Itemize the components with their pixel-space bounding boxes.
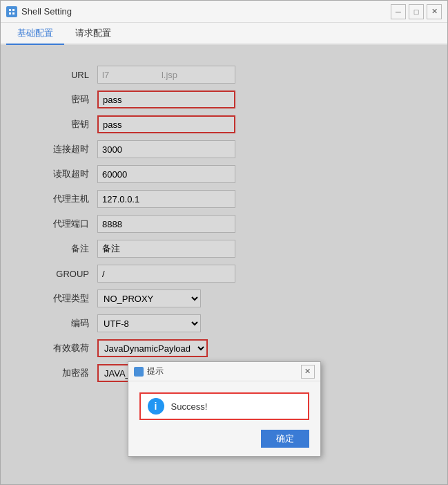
dialog-title-text: 提示 bbox=[147, 365, 164, 377]
dialog-icon bbox=[134, 367, 144, 377]
main-window: Shell Setting ─ □ ✕ 基础配置 请求配置 URL 密码 密钥 bbox=[0, 0, 448, 485]
minimize-button[interactable]: ─ bbox=[391, 4, 406, 19]
window-icon bbox=[6, 6, 17, 17]
title-controls: ─ □ ✕ bbox=[391, 4, 442, 19]
tab-basic-config[interactable]: 基础配置 bbox=[6, 23, 64, 45]
dialog-content: i Success! 确定 bbox=[128, 381, 320, 456]
dialog-message-row: i Success! bbox=[139, 392, 309, 420]
dialog-ok-button[interactable]: 确定 bbox=[261, 430, 309, 448]
window-title: Shell Setting bbox=[21, 6, 72, 17]
dialog-overlay: 提示 ✕ i Success! 确定 bbox=[1, 45, 447, 484]
info-icon: i bbox=[148, 398, 164, 415]
title-bar: Shell Setting ─ □ ✕ bbox=[1, 1, 447, 23]
dialog-close-button[interactable]: ✕ bbox=[301, 365, 315, 379]
close-button[interactable]: ✕ bbox=[427, 4, 442, 19]
tab-bar: 基础配置 请求配置 bbox=[1, 23, 447, 45]
dialog-message: Success! bbox=[171, 401, 208, 412]
svg-rect-2 bbox=[9, 12, 11, 15]
dialog-button-row: 确定 bbox=[139, 430, 309, 448]
dialog-title-bar: 提示 ✕ bbox=[128, 362, 320, 381]
title-bar-left: Shell Setting bbox=[6, 6, 72, 17]
tab-request-config[interactable]: 请求配置 bbox=[64, 23, 122, 45]
dialog-title-left: 提示 bbox=[134, 365, 164, 377]
success-dialog: 提示 ✕ i Success! 确定 bbox=[128, 361, 321, 457]
svg-rect-3 bbox=[12, 12, 14, 15]
svg-rect-0 bbox=[9, 9, 11, 11]
svg-rect-1 bbox=[12, 9, 14, 11]
maximize-button[interactable]: □ bbox=[409, 4, 424, 19]
content-area: URL 密码 密钥 连接超时 读取超时 代理主机 代 bbox=[1, 45, 447, 484]
